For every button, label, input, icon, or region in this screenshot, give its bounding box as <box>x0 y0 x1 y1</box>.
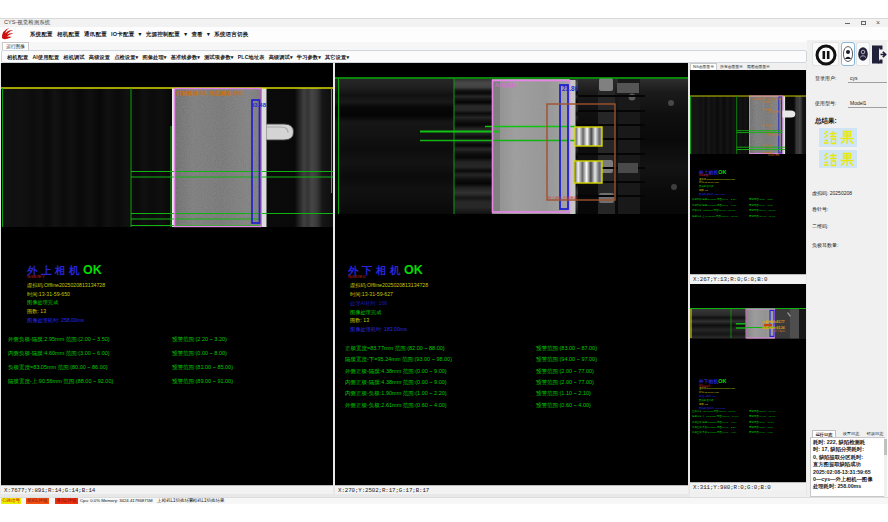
svg-text:93.48: 93.48 <box>251 102 267 108</box>
svg-text:93.48 mm: 93.48 mm <box>768 133 780 137</box>
svg-text:灯箱阈值:93, 动态阈值:100: 灯箱阈值:93, 动态阈值:100 <box>175 90 242 97</box>
svg-text:AI检测框: AI检测框 <box>495 82 517 89</box>
svg-text:正极宽度=83.77: 正极宽度=83.77 <box>761 320 785 324</box>
svg-text:23.80: 23.80 <box>562 85 579 92</box>
svg-text:93.48 mm: 93.48 mm <box>768 153 780 157</box>
svg-text:灯箱阈值:93, 动态阈值:100: 灯箱阈值:93, 动态阈值:100 <box>751 97 782 101</box>
svg-text:外下相机: 外下相机 <box>774 329 785 333</box>
svg-text:外下相机 正极宽度: 外下相机 正极宽度 <box>548 195 577 200</box>
svg-text:93.48 mm: 93.48 mm <box>768 110 780 114</box>
